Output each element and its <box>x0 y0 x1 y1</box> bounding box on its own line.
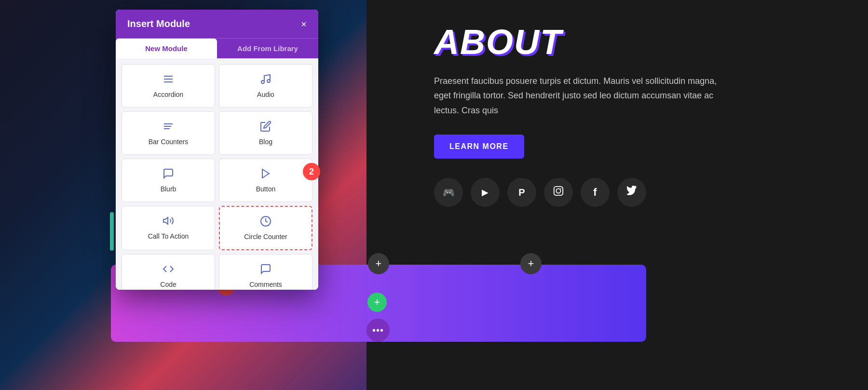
about-title: ABOUT <box>434 25 810 59</box>
modal-header: Insert Module × <box>116 10 318 38</box>
call-to-action-label: Call To Action <box>148 232 189 240</box>
module-item-blog[interactable]: Blog <box>219 111 312 155</box>
facebook-icon: f <box>593 186 597 199</box>
twitter-icon <box>626 186 637 199</box>
plus-button-3[interactable]: + <box>520 253 542 274</box>
module-item-button[interactable]: Button <box>219 159 312 202</box>
module-grid: Accordion Audio <box>122 64 312 290</box>
svg-rect-0 <box>554 187 563 195</box>
bar-counters-icon <box>163 121 174 134</box>
patreon-icon: P <box>518 187 525 198</box>
plus-button-2[interactable]: + <box>368 253 389 274</box>
modal-tabs: New Module Add From Library <box>116 38 318 58</box>
social-instagram-button[interactable] <box>544 178 573 207</box>
social-patreon-button[interactable]: P <box>507 178 536 207</box>
module-item-call-to-action[interactable]: Call To Action <box>122 206 215 250</box>
modal-body: Accordion Audio <box>116 58 318 290</box>
svg-point-1 <box>556 189 560 193</box>
module-item-blurb[interactable]: Blurb <box>122 159 215 202</box>
blurb-icon <box>163 168 174 181</box>
call-to-action-icon <box>163 215 174 229</box>
social-twitch-button[interactable]: 🎮 <box>434 178 463 207</box>
social-twitter-button[interactable] <box>617 178 646 207</box>
more-options-button[interactable]: ••• <box>366 319 390 342</box>
comments-icon <box>260 263 271 277</box>
modal-close-button[interactable]: × <box>301 19 307 29</box>
left-accent-bar <box>110 212 114 251</box>
social-youtube-button[interactable]: ▶ <box>471 178 500 207</box>
circle-counter-icon <box>260 215 271 229</box>
accordion-label: Accordion <box>153 91 183 98</box>
svg-point-6 <box>261 81 264 83</box>
tab-add-from-library[interactable]: Add From Library <box>217 39 318 58</box>
button-module-label: Button <box>256 185 275 193</box>
social-facebook-button[interactable]: f <box>581 178 610 207</box>
code-icon <box>163 263 174 277</box>
twitch-icon: 🎮 <box>443 187 455 198</box>
social-icons-row: 🎮 ▶ P f <box>434 178 810 207</box>
about-section: ABOUT Praesent faucibus posuere turpis e… <box>405 0 839 231</box>
modal-title: Insert Module <box>127 18 190 29</box>
about-text: Praesent faucibus posuere turpis et dict… <box>434 74 723 118</box>
learn-more-button[interactable]: LEARN MORE <box>434 134 524 159</box>
comments-label: Comments <box>249 281 282 288</box>
svg-point-2 <box>560 188 561 189</box>
svg-point-7 <box>267 80 270 82</box>
accordion-icon <box>163 73 174 87</box>
badge-2: 2 <box>303 163 320 180</box>
blog-label: Blog <box>259 138 272 146</box>
bar-counters-label: Bar Counters <box>149 138 188 146</box>
module-item-comments[interactable]: Comments <box>219 254 312 290</box>
add-row-button[interactable]: + <box>367 293 387 312</box>
svg-marker-11 <box>163 217 168 224</box>
youtube-icon: ▶ <box>482 187 488 198</box>
dots-icon: ••• <box>372 325 384 336</box>
blog-icon <box>260 121 271 134</box>
insert-module-modal: Insert Module × New Module Add From Libr… <box>116 10 318 290</box>
module-item-bar-counters[interactable]: Bar Counters <box>122 111 215 155</box>
tab-new-module[interactable]: New Module <box>116 39 217 58</box>
audio-label: Audio <box>257 91 274 98</box>
module-item-circle-counter[interactable]: Circle Counter <box>219 206 312 250</box>
blurb-label: Blurb <box>161 185 176 193</box>
module-item-audio[interactable]: Audio <box>219 64 312 108</box>
module-item-code[interactable]: Code <box>122 254 215 290</box>
audio-icon <box>260 73 271 87</box>
instagram-icon <box>553 186 564 199</box>
code-label: Code <box>160 281 176 288</box>
module-item-accordion[interactable]: Accordion <box>122 64 215 108</box>
circle-counter-label: Circle Counter <box>244 233 287 241</box>
button-module-icon <box>260 168 271 181</box>
